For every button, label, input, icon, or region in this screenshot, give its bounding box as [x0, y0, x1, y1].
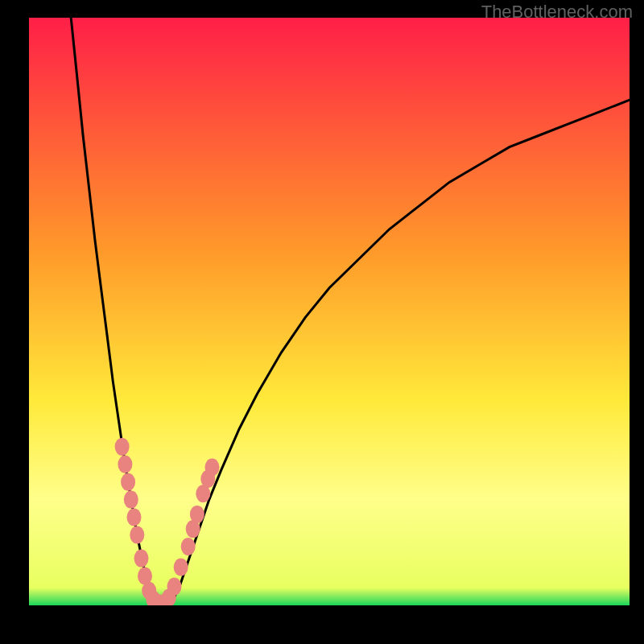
data-dot — [174, 559, 188, 576]
data-dot — [127, 509, 142, 526]
data-dot — [134, 550, 149, 568]
gradient-background — [29, 18, 630, 605]
data-dot — [130, 526, 144, 543]
data-dot — [118, 456, 132, 473]
data-dot — [124, 491, 138, 509]
data-dot — [115, 438, 130, 456]
data-dot — [181, 538, 196, 555]
data-dot — [167, 578, 182, 596]
watermark-text: TheBottleneck.com — [481, 2, 633, 23]
data-dot — [205, 459, 220, 477]
data-dot — [121, 473, 135, 491]
bottleneck-plot — [29, 18, 630, 605]
data-dot — [190, 506, 204, 523]
chart-frame — [29, 18, 630, 631]
